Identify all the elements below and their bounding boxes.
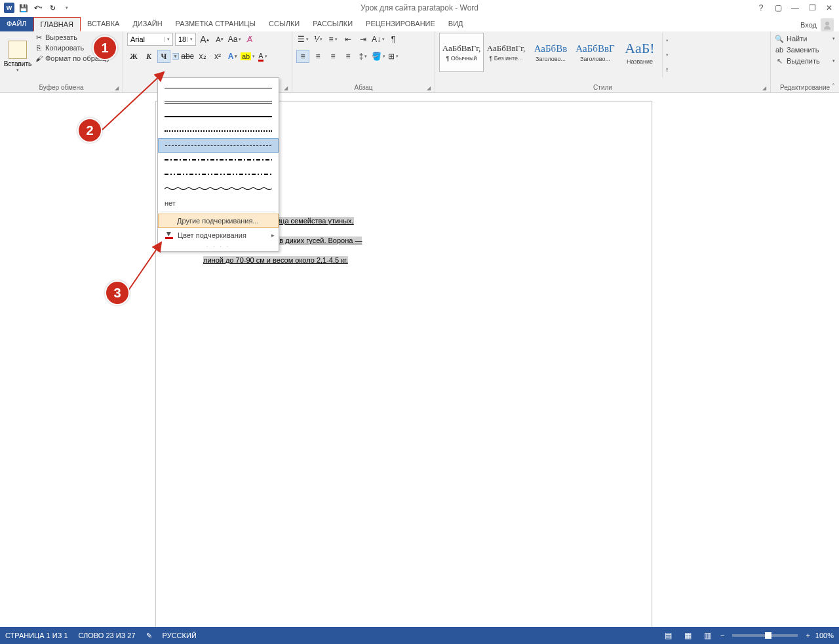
styles-up[interactable]: ▴: [663, 33, 671, 48]
collapse-ribbon-button[interactable]: ˄: [832, 83, 835, 90]
shading-button[interactable]: 🪣: [372, 50, 385, 63]
select-button[interactable]: ↖Выделить▾: [775, 56, 835, 66]
status-page[interactable]: СТРАНИЦА 1 ИЗ 1: [5, 632, 68, 639]
color-picker-icon: [165, 231, 174, 240]
font-name-combo[interactable]: Arial▾: [127, 33, 173, 46]
style-heading2[interactable]: АаБбВвГЗаголово...: [573, 33, 617, 72]
zoom-level[interactable]: 100%: [815, 632, 834, 639]
multilevel-button[interactable]: ≡: [326, 33, 340, 46]
view-web-button[interactable]: ▥: [701, 630, 715, 641]
tab-insert[interactable]: ВСТАВКА: [81, 17, 126, 31]
group-label-editing: Редактирование: [780, 84, 830, 91]
status-proofing-icon[interactable]: ✎: [146, 632, 152, 640]
save-button[interactable]: 💾: [17, 1, 30, 14]
view-print-button[interactable]: ▦: [681, 630, 695, 641]
zoom-out-button[interactable]: −: [720, 632, 724, 639]
zoom-slider[interactable]: [732, 634, 798, 637]
status-language[interactable]: РУССКИЙ: [163, 632, 197, 639]
increase-indent-button[interactable]: ⇥: [357, 33, 370, 46]
tab-home[interactable]: ГЛАВНАЯ: [33, 17, 81, 31]
tab-references[interactable]: ССЫЛКИ: [262, 17, 306, 31]
underline-color[interactable]: Цвет подчеркивания▸: [158, 228, 279, 242]
bullets-button[interactable]: ☰: [296, 33, 309, 46]
styles-dialog-launcher[interactable]: ◢: [762, 85, 766, 91]
underline-wavy[interactable]: [158, 181, 279, 196]
styles-down[interactable]: ▾: [663, 48, 671, 63]
undo-button[interactable]: ↶▾: [31, 1, 45, 14]
underline-double[interactable]: [158, 95, 279, 109]
tab-mailings[interactable]: РАССЫЛКИ: [306, 17, 359, 31]
menu-separator: [161, 212, 276, 212]
justify-button[interactable]: ≡: [341, 50, 355, 63]
align-right-button[interactable]: ≡: [326, 50, 340, 63]
underline-dashed[interactable]: [158, 138, 279, 153]
tab-design[interactable]: ДИЗАЙН: [126, 17, 168, 31]
font-dialog-launcher[interactable]: ◢: [284, 85, 288, 91]
redo-button[interactable]: ↻: [46, 1, 59, 14]
font-color-button[interactable]: A: [256, 50, 269, 63]
clipboard-dialog-launcher[interactable]: ◢: [115, 85, 119, 91]
qat-customize[interactable]: ▾: [60, 1, 73, 14]
underline-dropdown-arrow[interactable]: ▾: [172, 53, 179, 60]
maximize-button[interactable]: ❐: [805, 1, 819, 14]
close-button[interactable]: ✕: [822, 1, 836, 14]
subscript-button[interactable]: x₂: [196, 50, 209, 63]
underline-other[interactable]: Другие подчеркивания...: [158, 214, 279, 228]
change-case-button[interactable]: Aa: [228, 33, 241, 46]
align-center-button[interactable]: ≡: [311, 50, 324, 63]
font-size-combo[interactable]: 18▾: [175, 33, 196, 46]
grow-font-button[interactable]: A▴: [198, 33, 211, 46]
underline-thick[interactable]: [158, 109, 279, 124]
styles-gallery[interactable]: АаБбВвГг,¶ Обычный АаБбВвГг,¶ Без инте..…: [439, 33, 766, 77]
clear-formatting-button[interactable]: A̸: [243, 33, 256, 46]
show-marks-button[interactable]: ¶: [387, 33, 400, 46]
highlight-button[interactable]: ab: [241, 50, 254, 63]
superscript-button[interactable]: x²: [211, 50, 224, 63]
shrink-font-button[interactable]: A▾: [213, 33, 226, 46]
styles-more[interactable]: ⊻: [663, 62, 671, 77]
underline-single[interactable]: [158, 81, 279, 95]
numbering-button[interactable]: ⅟: [311, 33, 324, 46]
underline-dashdotdot[interactable]: [158, 167, 279, 181]
paste-button[interactable]: Вставить ▾: [4, 33, 31, 80]
style-heading1[interactable]: АаБбВвЗаголово...: [528, 33, 573, 72]
underline-button[interactable]: Ч: [157, 50, 170, 63]
sign-in-label: Вход: [800, 21, 817, 29]
style-no-spacing[interactable]: АаБбВвГг,¶ Без инте...: [484, 33, 528, 72]
sort-button[interactable]: A↓: [372, 33, 385, 46]
align-left-button[interactable]: ≡: [296, 50, 309, 63]
style-normal[interactable]: АаБбВвГг,¶ Обычный: [439, 33, 484, 72]
paragraph-dialog-launcher[interactable]: ◢: [427, 85, 431, 91]
app-icon[interactable]: W: [3, 1, 16, 14]
ribbon-tabs: ФАЙЛ ГЛАВНАЯ ВСТАВКА ДИЗАЙН РАЗМЕТКА СТР…: [0, 16, 839, 31]
find-button[interactable]: 🔍Найти▾: [775, 34, 835, 43]
svg-rect-1: [165, 237, 173, 239]
borders-button[interactable]: ⊞: [387, 50, 400, 63]
decrease-indent-button[interactable]: ⇤: [341, 33, 355, 46]
replace-button[interactable]: abЗаменить: [775, 45, 835, 54]
tab-review[interactable]: РЕЦЕНЗИРОВАНИЕ: [359, 17, 442, 31]
help-button[interactable]: ?: [754, 1, 768, 14]
text-effects-button[interactable]: A: [226, 50, 239, 63]
ribbon-display-button[interactable]: ▢: [771, 1, 785, 14]
style-title[interactable]: АаБ!Название: [617, 33, 662, 72]
zoom-in-button[interactable]: +: [806, 632, 810, 639]
tab-file[interactable]: ФАЙЛ: [0, 17, 33, 31]
tab-view[interactable]: ВИД: [442, 17, 470, 31]
tab-layout[interactable]: РАЗМЕТКА СТРАНИЦЫ: [169, 17, 262, 31]
italic-button[interactable]: К: [142, 50, 155, 63]
paste-icon: [9, 41, 27, 59]
status-words[interactable]: СЛОВО 23 ИЗ 27: [79, 632, 136, 639]
minimize-button[interactable]: —: [788, 1, 802, 14]
bold-button[interactable]: Ж: [127, 50, 140, 63]
strikethrough-button[interactable]: abc: [181, 50, 194, 63]
sign-in[interactable]: Вход: [800, 18, 834, 31]
underline-none[interactable]: нет: [158, 196, 279, 210]
underline-dotted[interactable]: [158, 124, 279, 138]
title-bar: W 💾 ↶▾ ↻ ▾ Урок для сайта paratapok - Wo…: [0, 0, 839, 16]
underline-dashdot[interactable]: [158, 153, 279, 167]
view-read-button[interactable]: ▤: [661, 630, 676, 641]
status-bar: СТРАНИЦА 1 ИЗ 1 СЛОВО 23 ИЗ 27 ✎ РУССКИЙ…: [0, 627, 839, 644]
line-spacing-button[interactable]: ‡: [357, 50, 370, 63]
find-icon: 🔍: [775, 34, 784, 43]
